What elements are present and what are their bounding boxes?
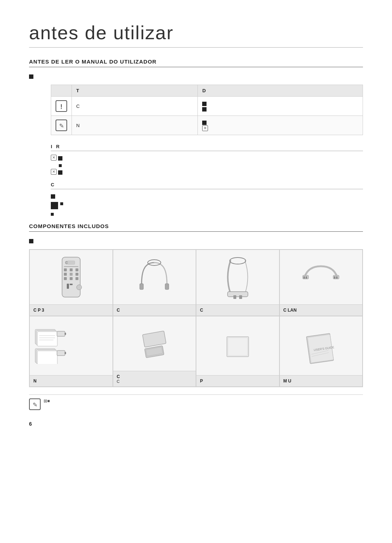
svg-rect-35 [57,331,65,336]
cp3-image [30,250,113,304]
notes-image [30,316,113,375]
svg-rect-9 [75,273,78,276]
icon-note-cell: ✎ [51,116,72,135]
section2-intro-bullet [29,238,363,243]
component-notes: N [29,316,113,387]
table-row: ! C [51,97,363,116]
svg-rect-20 [228,292,248,297]
ir-item1: ✕ [51,155,363,161]
c-item3 [51,211,363,216]
svg-rect-41 [65,352,66,354]
svg-rect-36 [65,333,66,335]
small-bullet [60,202,63,205]
notes-svg [33,328,66,364]
cradle-svg [136,322,172,365]
manual-image: USER'S GUIDE [280,316,363,375]
lan-label: C LAN [280,304,363,316]
components-grid: C P 3 C C [29,249,363,387]
page-number: 6 [29,421,363,427]
c-item1 [51,193,363,199]
ir-item2 [51,162,363,167]
bullet-icon [29,239,33,243]
small-bullet [59,164,62,167]
manual-label: M U [280,375,363,386]
cable-power-svg [220,255,256,299]
plate-svg [221,324,254,368]
svg-rect-13 [67,284,69,289]
ir-item3: ✕ [51,169,363,175]
icon-caution-cell: ! [51,97,72,116]
plate-label: P [196,375,279,386]
x-icon: ✕ [202,125,208,131]
svg-point-19 [230,258,246,264]
subsection-c-title: C [51,182,363,189]
svg-rect-39 [37,351,57,364]
notes-label: N [30,375,113,386]
cradle-image [113,316,196,371]
svg-point-15 [77,285,82,290]
remote-svg [57,255,86,299]
icon-table: T D ! C ✎ N ✕ [51,85,363,135]
desc-bullet1 [202,102,207,106]
cable-round-svg [136,255,172,299]
svg-rect-3 [64,266,78,267]
cp3-label: C P 3 [30,304,113,316]
component-cable1: C [113,250,196,316]
subsection-ir-title: I R [51,144,363,151]
x-icon: ✕ [51,155,57,161]
col-desc: D [198,85,363,97]
cable2-label: C [196,304,279,316]
intro-bullet [29,73,363,79]
bullet-icon [58,170,62,175]
caution-icon: ! [56,100,67,112]
component-plate: P [196,316,279,387]
svg-rect-22 [239,295,242,299]
component-cp3: C P 3 [29,250,113,316]
component-lan: C LAN [279,250,363,316]
svg-rect-11 [70,277,73,280]
manual-svg: USER'S GUIDE [303,324,339,368]
svg-rect-42 [143,331,166,347]
section2-heading: COMPONENTES INCLUDOS [29,223,363,232]
col-type: T [72,85,198,97]
svg-rect-10 [64,277,67,280]
svg-rect-8 [70,273,73,276]
bullet-icon [51,202,58,209]
component-manual: USER'S GUIDE M U [279,316,363,387]
svg-rect-17 [140,284,143,289]
svg-rect-31 [37,332,57,346]
svg-rect-12 [75,277,78,280]
subsection-c: C [51,182,363,216]
lan-cable-svg [301,255,341,299]
footer-note-text: ⊠■ [44,398,50,404]
note-icon: ✎ [56,119,67,131]
footer-note: ✎ ⊠■ [29,394,363,410]
footer-note-icon: ✎ [29,398,41,410]
svg-rect-6 [75,268,78,271]
plate-image [196,316,279,375]
svg-rect-4 [64,268,67,271]
bullet-icon [51,194,55,199]
cradle-label: C C [113,371,196,386]
svg-rect-40 [57,350,65,356]
svg-rect-14 [70,284,73,285]
svg-rect-5 [70,268,73,271]
svg-rect-27 [334,276,335,279]
svg-rect-21 [233,295,236,299]
page-title: antes de utilizar [29,22,363,48]
svg-rect-2 [68,261,75,264]
svg-rect-24 [303,276,305,279]
subsection-ir: I R ✕ ✕ [51,144,363,175]
section1-heading: ANTES DE LER O MANUAL DO UTILIZADOR [29,58,363,67]
svg-rect-28 [336,276,338,279]
desc-caution [198,97,363,116]
component-cradle: C C [113,316,196,387]
type-caution: C [72,97,198,116]
svg-rect-7 [64,273,67,276]
bullet-icon [58,156,62,161]
x-icon: ✕ [51,169,57,175]
cable1-label: C [113,304,196,316]
cable1-image [113,250,196,304]
lan-image [280,250,363,304]
desc-bullet3 [202,121,207,125]
